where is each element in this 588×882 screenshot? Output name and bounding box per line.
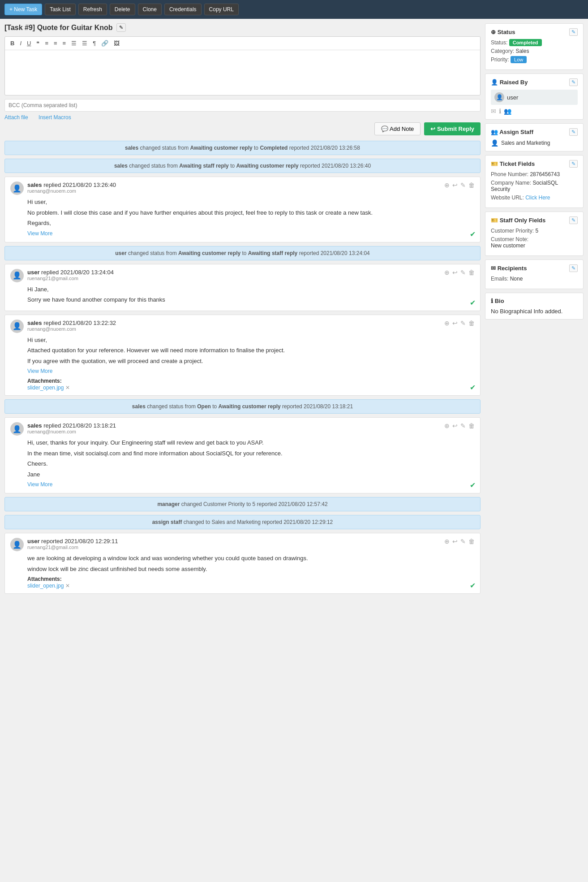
reply-time: 2021/08/20 13:22:32 — [63, 320, 116, 326]
underline-icon[interactable]: U — [25, 39, 33, 48]
remove-attachment-icon[interactable]: ✕ — [65, 385, 70, 391]
reply-icon-small[interactable]: ↩ — [452, 320, 458, 327]
reply-action-icons: ⊕ ↩ ✎ 🗑 — [444, 422, 475, 429]
view-more-link[interactable]: View More — [27, 480, 475, 489]
add-reply-icon[interactable]: ⊕ — [444, 269, 450, 276]
reply-action-label: reported — [41, 538, 64, 545]
website-link[interactable]: Click Here — [525, 195, 550, 201]
edit-reply-icon[interactable]: ✎ — [460, 269, 466, 276]
edit-reply-icon[interactable]: ✎ — [460, 320, 466, 327]
reply-icon-small[interactable]: ↩ — [452, 182, 458, 189]
attach-links: Attach file Insert Macros — [4, 114, 76, 121]
align-left-icon[interactable]: ≡ — [43, 39, 50, 48]
editor-toolbar: B I U ❝ ≡ ≡ ≡ ☰ ☰ ¶ 🔗 🖼 — [5, 37, 480, 50]
link-icon[interactable]: 🔗 — [99, 39, 110, 48]
editor-content[interactable] — [5, 50, 480, 95]
info-icon[interactable]: ℹ — [499, 108, 501, 115]
status-section: ⊕ Status ✎ Status: Completed Category: S… — [485, 23, 584, 70]
blockquote-icon[interactable]: ❝ — [34, 39, 41, 48]
bold-icon[interactable]: B — [9, 39, 16, 48]
activity-feed: sales changed status from Awaiting custo… — [4, 141, 481, 594]
phone-field-row: Phone Number: 2876456743 — [491, 171, 578, 177]
delete-reply-icon[interactable]: 🗑 — [468, 182, 475, 189]
edit-reply-icon[interactable]: ✎ — [460, 538, 466, 545]
view-more-link[interactable]: View More — [27, 229, 475, 238]
page-title-row: [Task #9] Quote for Guitar Knob ✎ — [4, 23, 481, 32]
raised-by-user-box: 👤 user — [491, 90, 578, 105]
attachment-link[interactable]: slider_open.jpg — [27, 385, 64, 391]
reply-meta: sales replied 2021/08/20 13:26:40 ruenan… — [27, 182, 441, 194]
delete-button[interactable]: Delete — [110, 4, 135, 15]
delete-reply-icon[interactable]: 🗑 — [468, 269, 475, 276]
add-note-button[interactable]: 💬 Add Note — [374, 122, 421, 135]
reply-action-icons: ⊕ ↩ ✎ 🗑 — [444, 182, 475, 189]
reply-card: 👤 user reported 2021/08/20 12:29:11 ruen… — [4, 533, 481, 594]
insert-macros-link[interactable]: Insert Macros — [39, 114, 71, 121]
reply-text-line: Jane — [27, 470, 475, 479]
assign-staff-edit-button[interactable]: ✎ — [569, 128, 578, 136]
add-reply-icon[interactable]: ⊕ — [444, 422, 450, 429]
delete-reply-icon[interactable]: 🗑 — [468, 422, 475, 429]
status-banner: manager changed Customer Priority to 5 r… — [4, 497, 481, 511]
status-banner: assign staff changed to Sales and Market… — [4, 515, 481, 529]
reply-body: we are looking at developing a window lo… — [27, 554, 475, 573]
staff-only-icon: 🎫 — [491, 217, 498, 224]
reply-author: sales — [27, 182, 42, 188]
reply-icon-small[interactable]: ↩ — [452, 269, 458, 276]
format-icon[interactable]: ¶ — [91, 39, 98, 48]
delete-reply-icon[interactable]: 🗑 — [468, 320, 475, 327]
unordered-list-icon[interactable]: ☰ — [69, 39, 78, 48]
copy-url-button[interactable]: Copy URL — [204, 4, 239, 15]
add-reply-icon[interactable]: ⊕ — [444, 182, 450, 189]
reply-action-icons: ⊕ ↩ ✎ 🗑 — [444, 269, 475, 276]
remove-attachment-icon[interactable]: ✕ — [65, 583, 70, 589]
banner-from: Awaiting customer reply — [190, 145, 253, 151]
group-icon[interactable]: 👥 — [504, 108, 511, 115]
banner-to: Completed — [260, 145, 288, 151]
add-reply-icon[interactable]: ⊕ — [444, 320, 450, 327]
left-panel: [Task #9] Quote for Guitar Knob ✎ B I U … — [4, 23, 481, 597]
staff-only-fields-edit-button[interactable]: ✎ — [569, 216, 578, 224]
edit-reply-icon[interactable]: ✎ — [460, 182, 466, 189]
recipients-section: ✉ Recipients ✎ Emails: None — [485, 259, 584, 289]
credentials-button[interactable]: Credentials — [164, 4, 202, 15]
refresh-button[interactable]: Refresh — [78, 4, 107, 15]
edit-title-button[interactable]: ✎ — [116, 23, 126, 32]
add-reply-icon[interactable]: ⊕ — [444, 538, 450, 545]
recipients-edit-button[interactable]: ✎ — [569, 264, 578, 272]
ticket-fields-title: 🎫 Ticket Fields ✎ — [491, 160, 578, 168]
status-edit-button[interactable]: ✎ — [569, 28, 578, 36]
new-task-button[interactable]: + New Task — [4, 4, 42, 15]
edit-reply-icon[interactable]: ✎ — [460, 422, 466, 429]
page-title: [Task #9] Quote for Guitar Knob — [4, 24, 113, 32]
bio-section: ℹ Bio No Biographical Info added. — [485, 293, 584, 320]
attach-file-link[interactable]: Attach file — [4, 114, 28, 121]
status-banner: sales changed status from Awaiting staff… — [4, 159, 481, 173]
delete-reply-icon[interactable]: 🗑 — [468, 538, 475, 545]
reply-icon-small[interactable]: ↩ — [452, 538, 458, 545]
clone-button[interactable]: Clone — [138, 4, 162, 15]
reply-header: 👤 sales replied 2021/08/20 13:26:40 ruen… — [10, 182, 475, 195]
align-center-icon[interactable]: ≡ — [52, 39, 59, 48]
bcc-input[interactable] — [4, 99, 481, 112]
ordered-list-icon[interactable]: ☰ — [80, 39, 89, 48]
checkmark-icon: ✔ — [470, 481, 476, 489]
attachment-link[interactable]: slider_open.jpg — [27, 583, 64, 589]
align-right-icon[interactable]: ≡ — [61, 39, 68, 48]
priority-badge: Low — [511, 56, 527, 63]
task-list-button[interactable]: Task List — [45, 4, 76, 15]
submit-reply-button[interactable]: ↩ Submit Reply — [424, 122, 481, 135]
ticket-fields-edit-button[interactable]: ✎ — [569, 160, 578, 168]
image-icon[interactable]: 🖼 — [112, 39, 121, 48]
reply-author-line: user reported 2021/08/20 12:29:11 — [27, 538, 441, 545]
raised-by-edit-button[interactable]: ✎ — [569, 78, 578, 86]
email-icon[interactable]: ✉ — [491, 108, 496, 115]
reply-icon-small[interactable]: ↩ — [452, 422, 458, 429]
checkmark-icon: ✔ — [470, 230, 476, 238]
category-field-row: Category: Sales — [491, 48, 578, 54]
italic-icon[interactable]: I — [18, 39, 23, 48]
status-field-row: Status: Completed — [491, 39, 578, 46]
banner-to: Awaiting customer reply — [236, 163, 298, 169]
view-more-link[interactable]: View More — [27, 367, 475, 375]
banner-actor: sales — [125, 145, 138, 151]
